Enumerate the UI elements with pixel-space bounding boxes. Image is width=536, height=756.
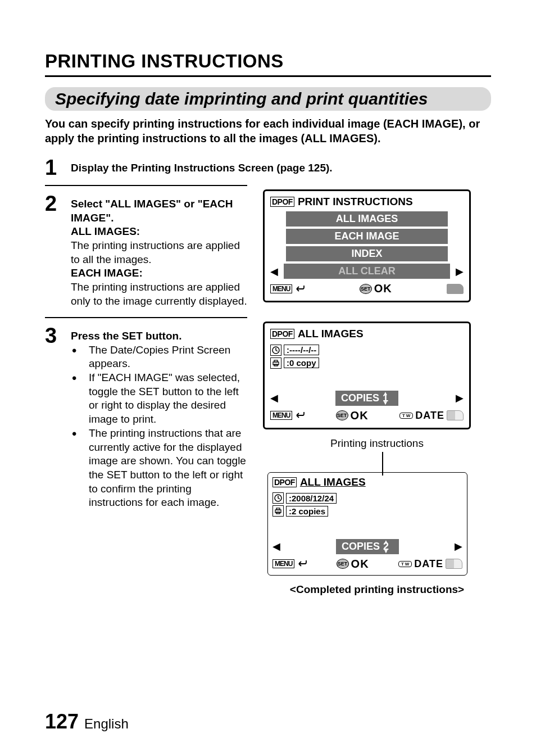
step-3-lead: Press the SET button. [71,329,247,343]
down-arrow-icon: ▼ [383,550,389,553]
camera-screen-copies-filled: DPOF ALL IMAGES :2008/12/24 :2 copies ◀ … [267,472,467,576]
copies-label: COPIES [342,541,380,553]
copies-selector[interactable]: COPIES ▲ 1 ▼ [335,391,398,406]
left-arrow-icon[interactable]: ◀ [270,265,278,278]
screen-title: PRINT INSTRUCTIONS [298,196,413,208]
date-label: DATE [415,410,444,422]
card-icon [446,559,462,569]
printer-icon [272,505,284,517]
down-arrow-icon: ▼ [383,401,388,405]
menu-item-index[interactable]: INDEX [286,246,448,261]
subheading: Specifying date imprinting and print qua… [55,89,481,108]
clock-icon [272,492,284,504]
ok-label: OK [374,282,392,295]
all-images-label: ALL IMAGES: [71,225,247,239]
screen-title: ALL IMAGES [300,476,366,488]
screen-title: ALL IMAGES [298,328,364,340]
ok-label: OK [351,558,369,571]
dpof-badge: DPOF [270,329,294,339]
set-button[interactable]: SET [360,284,372,294]
callout-line [263,459,491,472]
copies-value: :2 copies [286,506,328,517]
step-rule [45,185,247,186]
date-value: :----/--/-- [284,345,319,355]
set-button[interactable]: SET [337,559,349,569]
svg-rect-6 [276,508,280,510]
date-value: :2008/12/24 [286,493,337,504]
page-title: PRINTING INSTRUCTIONS [45,51,491,72]
card-icon [447,284,464,294]
date-button[interactable]: TW [398,561,412,567]
step-rule [45,317,247,318]
back-icon [296,411,305,419]
all-images-desc: The printing instructions are applied to… [71,239,247,266]
set-button[interactable]: SET [336,410,348,420]
card-icon [447,410,464,420]
each-image-desc: The printing instructions are applied on… [71,280,247,308]
svg-rect-2 [274,360,278,362]
completed-caption: <Completed printing instructions> [263,583,491,596]
printing-instructions-callout: Printing instructions [263,437,491,450]
right-arrow-icon[interactable]: ▶ [456,265,464,278]
printer-icon [270,357,281,369]
camera-screen-copies-blank: DPOF ALL IMAGES :----/--/-- :0 copy ◀ CO… [263,322,471,429]
step-number: 1 [45,157,71,178]
step-2-lead: Select "ALL IMAGES" or "EACH IMAGE". [71,197,247,225]
step-number: 3 [45,325,71,346]
dpof-badge: DPOF [272,477,297,487]
menu-button[interactable]: MENU [272,559,294,568]
menu-button[interactable]: MENU [270,411,292,420]
ok-label: OK [351,409,369,422]
date-button[interactable]: TW [399,413,413,419]
right-arrow-icon[interactable]: ▶ [455,540,462,553]
copies-value: :0 copy [284,357,319,368]
back-icon [298,560,307,568]
step-3: 3 Press the SET button. The Date/Copies … [45,325,247,510]
step-number: 2 [45,193,71,214]
menu-item-all-clear[interactable]: ALL CLEAR [284,264,450,279]
each-image-label: EACH IMAGE: [71,266,247,280]
menu-button[interactable]: MENU [270,284,292,293]
step-3-bullet-1: The Date/Copies Print Screen appears. [81,343,247,371]
subheading-pill: Specifying date imprinting and print qua… [45,87,491,111]
page-number: 127 [45,710,79,734]
step-1: 1 Display the Printing Instructions Scre… [45,157,491,178]
step-2: 2 Select "ALL IMAGES" or "EACH IMAGE". A… [45,193,247,309]
clock-icon [270,345,281,356]
menu-item-all-images[interactable]: ALL IMAGES [286,211,448,227]
page-footer: 127 English [45,710,129,734]
step-3-bullet-3: The printing instructions that are curre… [81,427,247,510]
title-rule [45,75,491,77]
page-language: English [84,716,129,732]
left-arrow-icon[interactable]: ◀ [272,540,280,553]
copies-label: COPIES [341,392,379,404]
step-1-text: Display the Printing Instructions Screen… [71,162,333,174]
back-icon [296,285,305,293]
intro-text: You can specify printing instructions fo… [45,116,491,146]
left-arrow-icon[interactable]: ◀ [270,392,278,404]
copies-selector[interactable]: COPIES ▲ 2 ▼ [336,539,399,554]
date-label: DATE [414,558,443,570]
menu-item-each-image[interactable]: EACH IMAGE [286,229,448,244]
camera-screen-menu: DPOF PRINT INSTRUCTIONS ALL IMAGES EACH … [263,189,471,302]
step-3-bullet-2: If "EACH IMAGE" was selected, toggle the… [81,371,247,427]
dpof-badge: DPOF [270,197,294,207]
right-arrow-icon[interactable]: ▶ [456,392,464,404]
